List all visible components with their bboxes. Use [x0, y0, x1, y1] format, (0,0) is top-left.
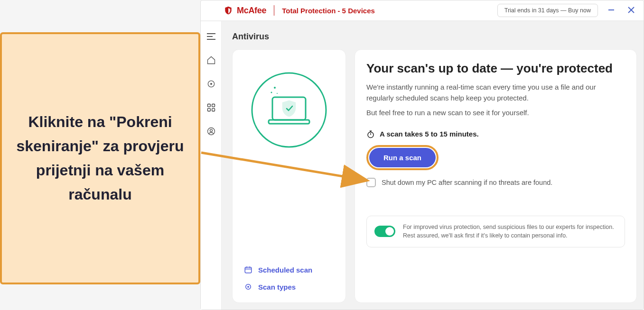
- close-icon: [627, 6, 635, 14]
- cards-row: Scheduled scan Scan types Your scan's up…: [232, 49, 637, 303]
- svg-point-15: [210, 129, 212, 132]
- svg-rect-11: [212, 104, 215, 107]
- trial-pill-button[interactable]: Trial ends in 31 days — Buy now: [497, 4, 598, 17]
- scan-types-link[interactable]: Scan types: [244, 283, 334, 291]
- brand-subtitle: Total Protection - 5 Devices: [282, 7, 375, 15]
- sidebar: [201, 21, 222, 310]
- target-icon: [206, 79, 216, 89]
- run-scan-button[interactable]: Run a scan: [369, 148, 436, 167]
- laptop-shield-icon: [249, 70, 329, 150]
- scheduled-scan-label: Scheduled scan: [258, 266, 312, 274]
- nav-protect-button[interactable]: [205, 77, 218, 91]
- svg-rect-12: [207, 109, 210, 111]
- nav-home-button[interactable]: [205, 54, 218, 67]
- scan-duration-label: A scan takes 5 to 15 minutes.: [380, 130, 479, 138]
- home-icon: [206, 55, 216, 65]
- page-title: Antivirus: [232, 32, 637, 42]
- minimize-button[interactable]: [605, 6, 618, 16]
- nav-menu-button[interactable]: [205, 30, 218, 43]
- left-links: Scheduled scan Scan types: [244, 258, 334, 291]
- user-circle-icon: [206, 127, 216, 136]
- shutdown-option-row: Shut down my PC after scanning if no thr…: [366, 178, 625, 187]
- protection-illustration: [244, 61, 334, 258]
- send-files-toggle[interactable]: [374, 226, 395, 237]
- minimize-icon: [608, 7, 615, 13]
- shutdown-checkbox[interactable]: [366, 178, 376, 187]
- scan-duration-row: A scan takes 5 to 15 minutes.: [366, 130, 625, 138]
- brand-block: McAfee Total Protection - 5 Devices: [224, 5, 375, 16]
- stopwatch-icon: [366, 130, 375, 138]
- scan-body-2: But feel free to run a new scan to see i…: [366, 109, 625, 117]
- scan-icon: [244, 283, 252, 291]
- run-scan-highlight-frame: Run a scan: [366, 145, 439, 170]
- card-illustration: Scheduled scan Scan types: [232, 49, 346, 303]
- annotation-text: Kliknite na "Pokreni skeniranje" za prov…: [16, 110, 184, 207]
- svg-rect-21: [269, 120, 309, 124]
- nav-apps-button[interactable]: [205, 101, 218, 114]
- svg-point-27: [247, 286, 249, 288]
- svg-point-18: [271, 92, 272, 93]
- grid-icon: [206, 103, 216, 112]
- app-body: Antivirus: [201, 21, 644, 310]
- scan-heading: Your scan's up to date — you're protecte…: [366, 61, 625, 76]
- svg-rect-22: [245, 267, 252, 273]
- shutdown-checkbox-label: Shut down my PC after scanning if no thr…: [382, 179, 552, 186]
- close-button[interactable]: [625, 5, 638, 16]
- annotation-callout: Kliknite na "Pokreni skeniranje" za prov…: [0, 32, 200, 284]
- scan-body-1: We're instantly running a real-time scan…: [366, 82, 625, 104]
- title-right-group: Trial ends in 31 days — Buy now: [497, 4, 638, 17]
- scheduled-scan-link[interactable]: Scheduled scan: [244, 265, 334, 274]
- svg-point-9: [210, 83, 212, 85]
- svg-point-17: [274, 87, 276, 89]
- svg-point-19: [277, 93, 278, 94]
- footer-toggle-label: For improved virus protection, send susp…: [403, 223, 617, 241]
- scan-types-label: Scan types: [258, 283, 296, 291]
- footer-toggle-box: For improved virus protection, send susp…: [366, 216, 625, 248]
- card-scan-status: Your scan's up to date — you're protecte…: [355, 49, 637, 303]
- content-area: Antivirus: [222, 21, 644, 310]
- app-window: McAfee Total Protection - 5 Devices Tria…: [200, 0, 644, 310]
- brand-separator: [274, 5, 274, 16]
- calendar-icon: [244, 265, 252, 274]
- svg-rect-10: [207, 104, 210, 107]
- svg-rect-13: [212, 109, 215, 111]
- menu-icon: [207, 33, 215, 40]
- mcafee-shield-icon: [224, 6, 233, 15]
- brand-name: McAfee: [237, 6, 266, 16]
- title-bar: McAfee Total Protection - 5 Devices Tria…: [201, 0, 644, 21]
- nav-account-button[interactable]: [205, 125, 218, 138]
